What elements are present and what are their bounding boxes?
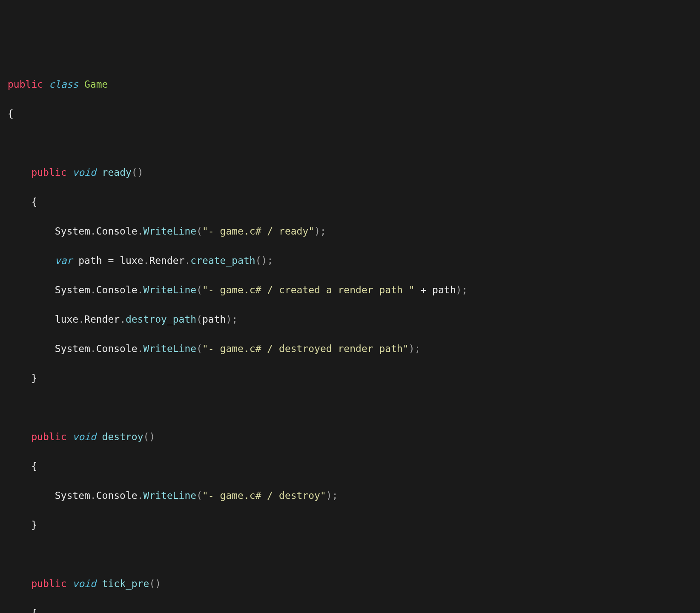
keyword-public: public — [8, 79, 43, 90]
paren-open: ( — [196, 284, 202, 295]
paren-open: ( — [149, 578, 155, 589]
keyword-var: var — [55, 255, 73, 266]
paren-close: ) — [409, 343, 415, 354]
classname-game: Game — [84, 79, 108, 90]
paren-close: ) — [314, 226, 320, 237]
method-createpath: create_path — [190, 255, 255, 266]
type-render: Render — [149, 255, 184, 266]
code-line: public void ready() — [8, 165, 692, 180]
method-destroy: destroy — [102, 431, 143, 442]
dot: . — [138, 343, 143, 354]
paren-close: ) — [138, 167, 143, 178]
keyword-void: void — [72, 167, 96, 178]
method-writeline: WriteLine — [143, 343, 197, 354]
operator-plus: + — [420, 284, 426, 295]
paren-open: ( — [196, 490, 202, 501]
paren-close: ) — [155, 578, 161, 589]
dot: . — [138, 284, 143, 295]
keyword-void: void — [72, 431, 96, 442]
dot: . — [120, 314, 126, 325]
type-luxe: luxe — [55, 314, 78, 325]
type-console: Console — [96, 490, 138, 501]
code-line: public void destroy() — [8, 430, 692, 444]
string-literal: "- game.c# / destroyed render path" — [202, 343, 409, 354]
type-console: Console — [96, 226, 138, 237]
code-line — [8, 136, 692, 151]
semicolon: ; — [232, 314, 238, 325]
string-literal: "- game.c# / ready" — [202, 226, 314, 237]
dot: . — [90, 284, 96, 295]
code-line: public void tick_pre() — [8, 576, 692, 591]
paren-close: ) — [149, 431, 155, 442]
code-line: var path = luxe.Render.create_path(); — [8, 253, 692, 268]
code-line: System.Console.WriteLine("- game.c# / re… — [8, 224, 692, 239]
variable-path: path — [78, 255, 102, 266]
paren-open: ( — [196, 226, 202, 237]
method-writeline: WriteLine — [143, 284, 197, 295]
keyword-public: public — [31, 578, 66, 589]
code-line: { — [8, 606, 692, 613]
brace-close: } — [31, 372, 37, 384]
code-line: } — [8, 371, 692, 386]
semicolon: ; — [320, 226, 326, 237]
method-tickpre: tick_pre — [102, 578, 149, 589]
dot: . — [78, 314, 84, 325]
operator-equals: = — [108, 255, 114, 266]
code-line: { — [8, 459, 692, 474]
keyword-public: public — [31, 431, 66, 442]
paren-open: ( — [196, 314, 202, 325]
method-ready: ready — [102, 167, 132, 178]
type-render: Render — [84, 314, 120, 325]
paren-open: ( — [132, 167, 138, 178]
paren-open: ( — [143, 431, 149, 442]
code-line: { — [8, 106, 692, 121]
dot: . — [138, 490, 143, 501]
type-system: System — [55, 284, 90, 295]
paren-open: ( — [255, 255, 261, 266]
method-destroypath: destroy_path — [126, 314, 196, 325]
string-literal: "- game.c# / created a render path " — [202, 284, 415, 295]
paren-close: ) — [326, 490, 332, 501]
method-writeline: WriteLine — [143, 226, 197, 237]
dot: . — [90, 490, 96, 501]
variable-path: path — [432, 284, 456, 295]
keyword-void: void — [72, 578, 96, 589]
variable-path: path — [202, 314, 226, 325]
semicolon: ; — [462, 284, 468, 295]
paren-open: ( — [196, 343, 202, 354]
dot: . — [90, 343, 96, 354]
keyword-class: class — [49, 79, 78, 90]
code-line: { — [8, 195, 692, 209]
dot: . — [90, 226, 96, 237]
type-system: System — [55, 490, 90, 501]
type-system: System — [55, 226, 90, 237]
keyword-public: public — [31, 167, 66, 178]
dot: . — [185, 255, 191, 266]
paren-close: ) — [226, 314, 232, 325]
code-line — [8, 400, 692, 415]
brace-open: { — [31, 196, 37, 207]
brace-open: { — [8, 108, 14, 119]
code-line: luxe.Render.destroy_path(path); — [8, 312, 692, 327]
type-console: Console — [96, 343, 138, 354]
code-line: public class Game — [8, 77, 692, 92]
code-line: } — [8, 518, 692, 533]
semicolon: ; — [415, 343, 421, 354]
dot: . — [138, 226, 143, 237]
code-editor[interactable]: public class Game { public void ready() … — [8, 62, 692, 613]
paren-close: ) — [261, 255, 267, 266]
code-line: System.Console.WriteLine("- game.c# / de… — [8, 341, 692, 356]
dot: . — [143, 255, 149, 266]
type-console: Console — [96, 284, 138, 295]
code-line: System.Console.WriteLine("- game.c# / de… — [8, 488, 692, 503]
semicolon: ; — [332, 490, 338, 501]
string-literal: "- game.c# / destroy" — [202, 490, 326, 501]
brace-open: { — [31, 461, 37, 472]
brace-open: { — [31, 607, 37, 613]
type-luxe: luxe — [120, 255, 143, 266]
code-line — [8, 547, 692, 562]
semicolon: ; — [267, 255, 273, 266]
type-system: System — [55, 343, 90, 354]
method-writeline: WriteLine — [143, 490, 197, 501]
paren-close: ) — [456, 284, 462, 295]
